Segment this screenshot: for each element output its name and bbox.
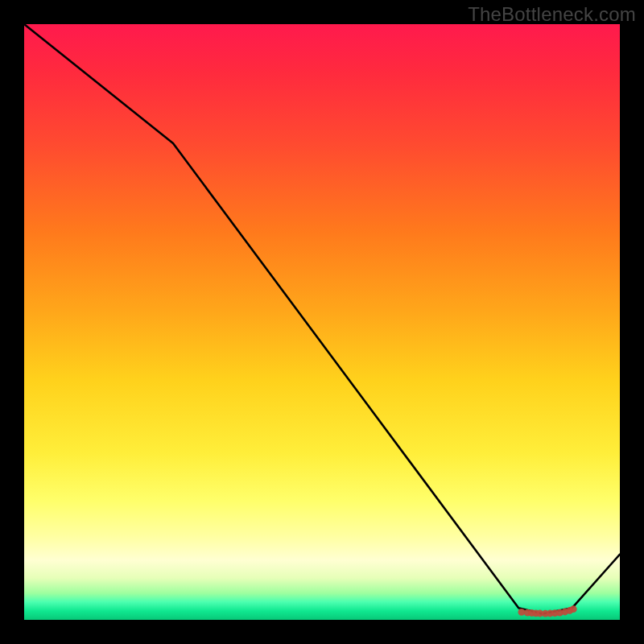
chart-frame: TheBottleneck.com xyxy=(0,0,644,644)
watermark-text: TheBottleneck.com xyxy=(468,3,636,26)
line-series xyxy=(24,24,620,614)
valley-markers xyxy=(518,605,577,617)
overlay-svg xyxy=(24,24,620,620)
valley-marker xyxy=(570,605,577,613)
plot-area xyxy=(24,24,620,620)
